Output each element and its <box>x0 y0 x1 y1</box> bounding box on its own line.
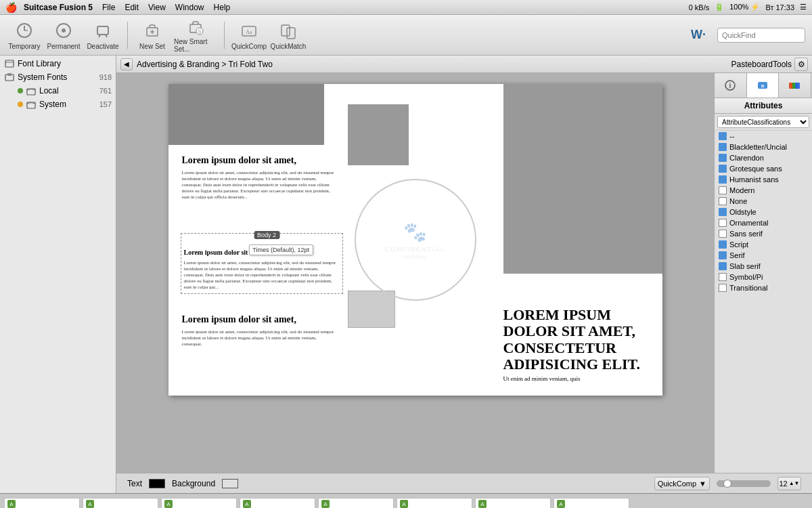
webink-logo[interactable]: W· <box>685 24 712 46</box>
attr-item-clarendon[interactable]: Clarendon <box>715 152 812 163</box>
permanent-icon <box>53 20 74 41</box>
attr-item-oldstyle[interactable]: Oldstyle <box>715 207 812 217</box>
quickcomp-icon: Aa <box>238 20 260 41</box>
attr-item-serif[interactable]: Serif <box>715 250 812 261</box>
attr-item-transitional[interactable]: Transitional <box>715 282 812 293</box>
text-color-swatch[interactable] <box>149 479 165 488</box>
attr-item-script[interactable]: Script <box>715 239 812 250</box>
attributes-select[interactable]: AttributeClassifications <box>717 116 809 128</box>
sidebar-item-local[interactable]: Local 761 <box>14 84 116 98</box>
font-activate-icon: A <box>7 500 16 508</box>
font-activate-icon: A <box>164 500 173 508</box>
menu-icon[interactable]: ☰ <box>800 3 807 12</box>
quickcomp-button[interactable]: Aa QuickComp <box>231 18 267 52</box>
network-speed: 0 kB/s <box>689 3 710 12</box>
quickcomp-chevron-icon: ▼ <box>699 480 706 488</box>
quickcomp-select[interactable]: QuickComp ▼ <box>654 477 710 490</box>
font-activate-icon: A <box>557 500 565 508</box>
size-stepper-icon: ▲▼ <box>789 480 800 486</box>
menu-edit[interactable]: Edit <box>120 3 143 12</box>
attr-item-dash[interactable]: -- <box>715 131 812 142</box>
system-dot <box>18 102 23 107</box>
doc-gray-right <box>503 84 662 274</box>
nav-back-button[interactable]: ◀ <box>120 58 133 70</box>
deactivate-button[interactable]: Deactivate <box>85 18 120 52</box>
new-smart-set-label: New Smart Set... <box>174 38 217 53</box>
font-activate-icon: A <box>478 500 487 508</box>
svg-text:i: i <box>729 82 731 89</box>
font-card-arial-heb-bold[interactable]: A 123 .Arial Heb...rface Bold <box>161 498 237 508</box>
svg-rect-5 <box>97 26 108 35</box>
sidebar-item-system-fonts[interactable]: System Fonts 918 <box>0 70 116 84</box>
attr-label: Serif <box>729 251 745 259</box>
new-set-button[interactable]: New Set <box>135 18 170 52</box>
font-card-aqua-kana-regular[interactable]: A Abg123 .Aqua Kana Regular <box>83 498 158 508</box>
tab-color[interactable] <box>779 73 811 98</box>
permanent-button[interactable]: Permanent <box>46 18 81 52</box>
new-set-label: New Set <box>139 43 165 50</box>
attr-label: Symbol/Pi <box>729 273 763 281</box>
tab-info[interactable]: i <box>715 73 747 98</box>
attr-color-dot <box>719 143 727 151</box>
font-card-arial-heb-light[interactable]: A 123 .Arial Heb...rface Light <box>240 498 315 508</box>
breadcrumb-text: Advertising & Branding > Tri Fold Two <box>137 60 727 69</box>
bg-label: Background <box>172 479 215 488</box>
font-card-arial-heb-regular[interactable]: A 123 .Arial Heb...e Regular <box>318 498 394 508</box>
attr-label: -- <box>729 132 734 140</box>
menu-window[interactable]: Window <box>171 3 208 12</box>
size-input[interactable]: 12 ▲▼ <box>777 477 801 490</box>
local-dot <box>18 88 23 93</box>
local-count: 761 <box>99 87 112 95</box>
font-card-geeza-pua-light[interactable]: A T .Geeza PUA Light <box>475 498 551 508</box>
tooltip-font-label: Times (Default), 12pt <box>248 245 313 255</box>
text-bg-bar: Text Background QuickComp ▼ 12 ▲▼ <box>116 473 812 493</box>
quickmatch-button[interactable]: QuickMatch <box>271 18 306 52</box>
attr-item-blackletter[interactable]: Blackletter/Uncial <box>715 142 812 152</box>
font-preview-arial-heb-regular: 123 <box>340 501 372 508</box>
quickfind-input[interactable] <box>717 28 805 43</box>
attr-item-sans-serif[interactable]: Sans serif <box>715 228 812 239</box>
font-card-geeza-pua-bold[interactable]: A T .Geeza PUA Bold <box>397 498 472 508</box>
sidebar-item-system[interactable]: System 157 <box>14 98 116 111</box>
font-activate-icon: A <box>86 500 94 508</box>
attr-item-humanist[interactable]: Humanist sans <box>715 174 812 185</box>
menu-file[interactable]: File <box>98 3 119 12</box>
menu-view[interactable]: View <box>144 3 170 12</box>
size-slider[interactable] <box>717 480 771 487</box>
attr-item-symbol[interactable]: Symbol/Pi <box>715 272 812 282</box>
apple-icon[interactable]: 🍎 <box>5 2 17 13</box>
panel-title: Attributes <box>715 98 812 114</box>
toolbar-separator-2 <box>224 22 225 49</box>
system-label: System <box>39 100 97 109</box>
new-smart-set-button[interactable]: S New Smart Set... <box>174 18 217 52</box>
font-card-aqua-kana-bold[interactable]: A Abg123 .Aqua Kana Bold <box>4 498 80 508</box>
font-preview-geeza-pua-bold: T <box>424 501 444 508</box>
attr-item-modern[interactable]: Modern <box>715 185 812 196</box>
doc-heading-1: Lorem ipsum dolor sit amet, <box>182 155 338 166</box>
attributes-select-row: AttributeClassifications <box>715 114 812 131</box>
attr-checkbox <box>719 197 727 205</box>
menu-help[interactable]: Help <box>210 3 235 12</box>
attr-item-ornamental[interactable]: Ornamental <box>715 217 812 228</box>
battery-icon: 🔋 <box>715 3 724 12</box>
doc-body-2: Lorem ipsum dolor sit amet, consectetur … <box>184 260 340 291</box>
doc-preview: Lorem ipsum dolor sit amet, Lorem ipsum … <box>116 73 714 473</box>
bg-color-swatch[interactable] <box>222 479 238 488</box>
attr-item-slab-serif[interactable]: Slab serif <box>715 261 812 272</box>
tab-attributes[interactable]: a <box>747 73 780 98</box>
attr-checkbox <box>719 219 727 227</box>
pasteboard-gear-button[interactable]: ⚙ <box>794 58 808 71</box>
app-name: Suitcase Fusion 5 <box>24 3 93 12</box>
slider-thumb[interactable] <box>723 480 731 488</box>
font-card-geeza-pu[interactable]: A T .Geeza PU... <box>554 498 629 508</box>
sidebar-item-font-library[interactable]: Font Library <box>0 56 116 70</box>
attr-label: Script <box>729 240 748 249</box>
system-count: 157 <box>99 100 112 108</box>
attr-item-none[interactable]: None <box>715 196 812 207</box>
svg-text:Aa: Aa <box>246 29 252 35</box>
temporary-button[interactable]: Temporary <box>7 18 42 52</box>
attr-label: Slab serif <box>729 262 761 270</box>
attr-color-dot <box>719 262 727 270</box>
attr-item-grotesque[interactable]: Grotesque sans <box>715 163 812 174</box>
attr-label: Sans serif <box>729 230 763 238</box>
